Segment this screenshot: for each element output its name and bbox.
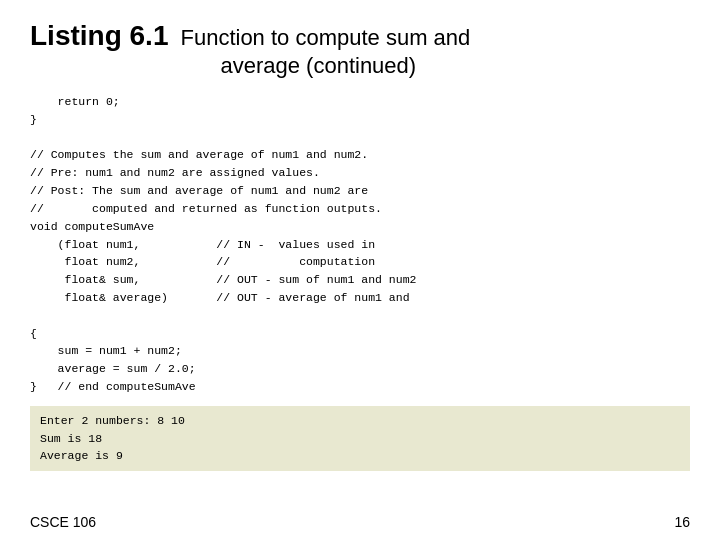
slide-container: Listing 6.1 Function to compute sum and … bbox=[0, 0, 720, 540]
footer-page: 16 bbox=[674, 514, 690, 530]
title-description: Function to compute sum and average (con… bbox=[180, 24, 470, 79]
title-line1: Function to compute sum and bbox=[180, 24, 470, 52]
title-area: Listing 6.1 Function to compute sum and … bbox=[30, 20, 690, 79]
footer: CSCE 106 16 bbox=[30, 514, 690, 530]
output-block: Enter 2 numbers: 8 10 Sum is 18 Average … bbox=[30, 406, 690, 471]
code-block: return 0; } // Computes the sum and aver… bbox=[30, 93, 690, 396]
footer-course: CSCE 106 bbox=[30, 514, 96, 530]
title-line2: average (continued) bbox=[220, 52, 470, 80]
listing-label: Listing 6.1 bbox=[30, 20, 168, 52]
